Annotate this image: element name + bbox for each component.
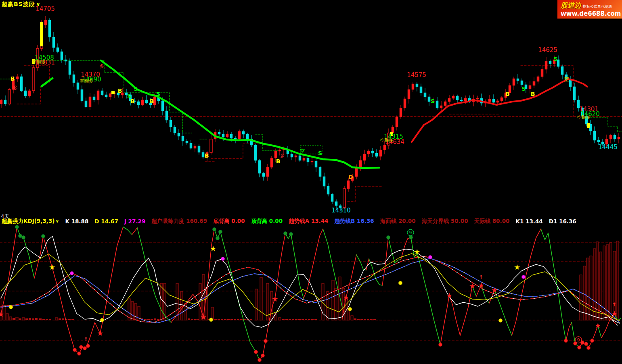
divergence-line-red (132, 228, 137, 235)
candle-body (174, 127, 176, 133)
bottom-signal-dot (77, 352, 81, 356)
candle-body (517, 79, 519, 81)
bottom-signal-dot (258, 358, 262, 362)
bs-signal-marker: B (531, 91, 535, 97)
candle-body (262, 173, 265, 177)
bottom-signal-dot (587, 346, 591, 350)
main-indicator-label: 超赢BS波段 (2, 1, 35, 7)
main-candlestick-chart[interactable]: 1470514508148311437014690145751431514634… (0, 0, 622, 217)
red-star-marker: ★ (478, 281, 484, 289)
yellow-star-marker: ★ (514, 263, 520, 271)
magenta-signal-dot (429, 256, 432, 259)
yellow-signal-dot (348, 308, 352, 311)
candle-body (307, 158, 309, 162)
candle-body (561, 67, 563, 75)
strength-bar (314, 319, 317, 320)
logo-url[interactable]: www.de6688.com (561, 10, 620, 17)
top-signal-dot (15, 225, 19, 229)
strength-bar (230, 319, 233, 320)
bottom-signal-dot (264, 339, 268, 343)
candle-body (182, 136, 184, 141)
candle-body (61, 52, 63, 60)
trend-ma-green (101, 60, 379, 168)
bottom-signal-dot (254, 350, 258, 354)
candle-body (416, 84, 418, 87)
candle-body (270, 158, 273, 167)
yellow-signal-dot (9, 306, 13, 309)
strength-bar (367, 319, 369, 320)
yellow-highlight-candle (40, 22, 43, 46)
bs-signal-marker: D (348, 174, 353, 180)
main-indicator-dropdown[interactable]: 超赢BS波段∨ (2, 1, 41, 8)
strength-bar (218, 319, 220, 320)
strength-bar (266, 283, 269, 320)
strength-bar (62, 318, 64, 320)
candle-body (161, 101, 164, 111)
strength-bar (147, 319, 150, 320)
candle-body (537, 77, 539, 81)
red-star-marker: ★ (446, 291, 452, 300)
candle-body (109, 94, 111, 97)
trading-app-screen: 1470514508148311437014690145751431514634… (0, 0, 622, 364)
circled-nine-digit: 9 (577, 337, 580, 343)
top-signal-dot (22, 236, 25, 239)
strength-bar (29, 318, 31, 320)
bs-signal-marker: S (521, 85, 526, 92)
candle-body (460, 100, 463, 101)
yellow-highlight-candle (587, 123, 590, 128)
candle-body (226, 134, 228, 137)
candle-body (73, 75, 75, 83)
red-step-line (521, 66, 573, 118)
chevron-down-icon: ∨ (55, 218, 59, 224)
candle-body (501, 98, 503, 101)
strength-bar (194, 319, 197, 320)
strength-bar (580, 275, 582, 320)
bottom-signal-dot (86, 344, 90, 348)
candle-body (375, 153, 378, 156)
strength-bar (351, 316, 353, 320)
indicator-value-segment: D1 16.36 (549, 218, 576, 225)
candle-body (444, 102, 446, 106)
candle-body (303, 158, 305, 160)
candle-body (254, 145, 257, 160)
candle-body (440, 106, 442, 108)
strength-bar (25, 318, 28, 320)
indicator-header-bar: 超赢强力KDJ(9,3,3)∨K 18.88D 14.67J 27.29超户吸筹… (0, 217, 622, 225)
candle-body (69, 61, 71, 75)
strength-bar (35, 318, 38, 320)
trend-ma-green-short (42, 78, 52, 86)
strength-bar (154, 318, 156, 320)
kdj-indicator-chart[interactable]: ★★★★★★★★★★★★★★★↑↑↑99 (0, 225, 622, 364)
chart-annotation: 空翻多 (380, 138, 394, 143)
strength-bar (327, 291, 329, 320)
candle-body (52, 37, 55, 48)
top-signal-dot (42, 235, 45, 238)
bottom-signal-dot (591, 339, 594, 343)
candle-body (521, 81, 523, 85)
strength-bar (39, 318, 42, 320)
indicator-value-segment: 海天分界线 50.00 (422, 218, 468, 225)
indicator-value-segment: 海面线 20.00 (380, 218, 416, 225)
site-logo[interactable]: 股道边 指标公式量化资源 www.de6688.com (557, 0, 622, 19)
bottom-signal-dot (578, 346, 581, 349)
kdj-indicator-dropdown[interactable]: 超赢强力KDJ(9,3,3)∨ (2, 218, 59, 225)
candle-body (488, 99, 491, 102)
chart-annotation: 空翻多 (32, 60, 46, 65)
chart-annotation: 多 (13, 85, 18, 91)
magenta-signal-dot (522, 275, 526, 279)
divergence-line-green (123, 227, 132, 235)
indicator-value-segment: K1 13.44 (515, 218, 542, 225)
period-label: 4天 (1, 213, 9, 220)
candle-body (178, 133, 180, 136)
candle-body (93, 97, 95, 100)
candle-body (230, 134, 232, 138)
candle-body (476, 98, 479, 99)
red-step-line (211, 143, 258, 158)
indicator-value-segment: 趋势线A 13.44 (289, 218, 328, 225)
candle-body (331, 194, 333, 202)
strength-bar (599, 252, 602, 320)
candle-body (420, 87, 422, 93)
candle-body (343, 189, 346, 208)
strength-bar (42, 319, 45, 320)
strength-bar (71, 319, 74, 320)
